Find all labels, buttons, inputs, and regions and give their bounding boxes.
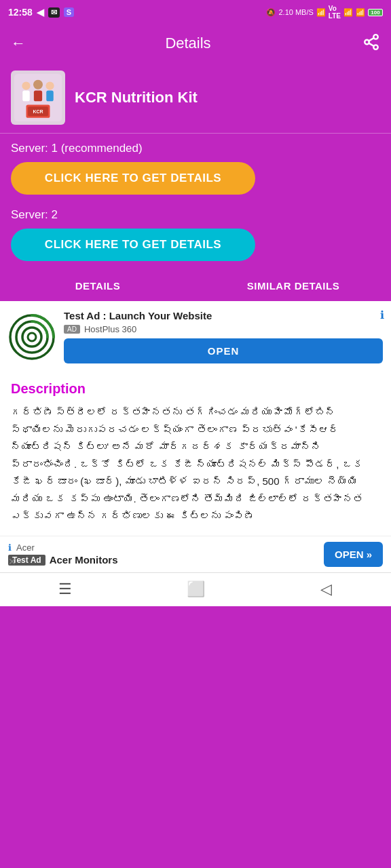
server2-section: Server: 2 CLICK HERE TO GET DETAILS [0, 200, 391, 267]
bottom-ad-info: ℹ Acer Test Ad Acer Monitors [8, 542, 317, 566]
ad-badge-row: AD HostPlus 360 [64, 324, 383, 334]
close-bottom-ad-button[interactable]: ✕ [8, 556, 16, 567]
tab-bar: DETAILS SIMILAR DETAILS [0, 271, 391, 303]
status-left: 12:58 ◀ ✉ S [8, 7, 74, 18]
share-button[interactable] [362, 33, 380, 54]
wifi-icon: 📶 [316, 8, 326, 17]
signal-icon-2: 📶 [356, 8, 365, 17]
server1-details-button[interactable]: CLICK HERE TO GET DETAILS [11, 162, 255, 195]
svg-point-6 [22, 81, 30, 90]
description-text: గర్భిణీ స్త్రీలలో రక్తహీనతను తగ్గించడం మ… [11, 403, 380, 525]
battery-icon: 100 [368, 9, 383, 16]
navigation-bar: ☰ ⬜ ◁ [0, 572, 391, 606]
server1-section: Server: 1 (recommended) CLICK HERE TO GE… [0, 134, 391, 200]
ad-info-icon[interactable]: ℹ [380, 309, 384, 321]
svg-rect-11 [46, 91, 54, 102]
page-title: Details [34, 35, 342, 52]
volte-icon: VoLTE [329, 5, 341, 20]
home-button[interactable]: ⬜ [175, 574, 216, 604]
bottom-ad-title: Acer Monitors [50, 554, 118, 566]
status-bar: 12:58 ◀ ✉ S 🔕 2.10 MB/S 📶 VoLTE 📶 📶 100 [0, 0, 391, 24]
svg-point-18 [28, 333, 36, 341]
thumbnail: KCR [11, 71, 65, 125]
status-right: 🔕 2.10 MB/S 📶 VoLTE 📶 📶 100 [266, 5, 383, 20]
signal-icon-1: 📶 [343, 8, 353, 17]
svg-rect-7 [22, 91, 30, 102]
bottom-ad-open-button[interactable]: OPEN » [324, 542, 383, 567]
bottom-ad-brand: Acer [16, 542, 35, 553]
back-button[interactable]: ← [11, 35, 26, 52]
bell-icon: 🔕 [266, 8, 276, 17]
scheme-title: KCR Nutrition Kit [75, 89, 198, 106]
server2-label: Server: 2 [11, 208, 380, 222]
description-section: Description గర్భిణీ స్త్రీలలో రక్తహీనతను… [0, 370, 391, 536]
network-speed: 2.10 MB/S [278, 8, 313, 16]
app-badge-s: S [64, 7, 74, 17]
ad-info: Test Ad : Launch Your Website AD HostPlu… [64, 310, 383, 363]
navigation-icon: ◀ [37, 7, 44, 18]
ad-company: HostPlus 360 [84, 324, 136, 334]
svg-rect-9 [34, 91, 42, 102]
status-time: 12:58 [8, 7, 33, 18]
bottom-ad-info-icon: ℹ [8, 542, 12, 553]
back-nav-button[interactable]: ◁ [305, 574, 346, 604]
tab-details[interactable]: DETAILS [0, 271, 196, 303]
ad-open-button[interactable]: OPEN [64, 338, 383, 363]
svg-point-17 [22, 328, 41, 347]
server2-details-button[interactable]: CLICK HERE TO GET DETAILS [11, 229, 255, 261]
description-heading: Description [11, 381, 380, 397]
svg-line-3 [369, 43, 373, 45]
bottom-ad-banner: ℹ Acer Test Ad Acer Monitors OPEN » ✕ [0, 536, 391, 572]
header: ← Details [0, 24, 391, 62]
bottom-ad-info-row: ℹ Acer [8, 542, 317, 553]
menu-button[interactable]: ☰ [45, 574, 86, 604]
title-card: KCR KCR Nutrition Kit [0, 62, 391, 134]
svg-point-8 [33, 80, 43, 90]
svg-text:KCR: KCR [33, 109, 43, 114]
ad-badge: AD [64, 325, 80, 334]
svg-line-4 [369, 38, 373, 41]
ad-title: Test Ad : Launch Your Website [64, 310, 383, 321]
svg-point-10 [45, 81, 54, 90]
ad-banner: Test Ad : Launch Your Website AD HostPlu… [0, 303, 391, 370]
notification-badge: ✉ [48, 7, 60, 18]
server1-label: Server: 1 (recommended) [11, 142, 380, 155]
ad-logo [8, 313, 56, 361]
tab-similar-details[interactable]: SIMILAR DETAILS [196, 271, 391, 301]
